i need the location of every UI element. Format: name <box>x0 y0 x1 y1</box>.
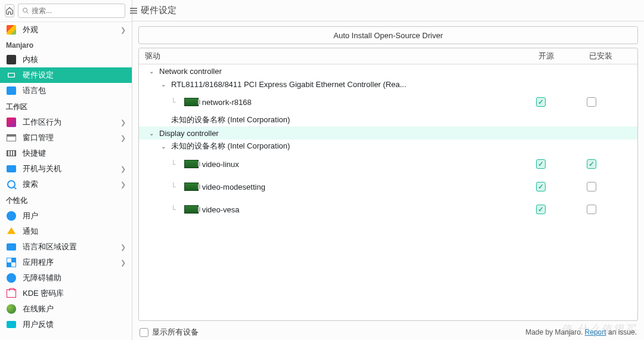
kernel-icon <box>6 54 17 65</box>
device-row[interactable]: 未知的设备名称 (Intel Corporation) <box>139 113 637 126</box>
table-body[interactable]: ⌄Network controller⌄RTL8111/8168/8411 PC… <box>139 64 637 320</box>
open-source-cell <box>536 205 587 214</box>
sidebar-top <box>0 0 132 22</box>
sidebar-item-label: 应用程序 <box>23 257 114 268</box>
expander-icon[interactable]: ⌄ <box>159 143 168 150</box>
tree-branch-icon: └ <box>171 205 181 214</box>
svg-line-1 <box>27 12 29 14</box>
sidebar-item-workspace[interactable]: 工作区行为❯ <box>0 115 132 130</box>
installed-checkbox[interactable] <box>587 182 596 191</box>
nav-section-title: 个性化 <box>0 192 132 208</box>
search-input[interactable] <box>32 7 121 15</box>
sidebar-item-hardware[interactable]: 硬件设定 <box>0 67 132 83</box>
sidebar-item-feedback[interactable]: 用户反馈 <box>0 317 132 332</box>
main: 硬件设定 Auto Install Open-Source Driver 驱动 … <box>132 0 644 340</box>
sidebar-item-shortcut[interactable]: 快捷键 <box>0 146 132 161</box>
sidebar-item-label: 工作区行为 <box>23 117 114 128</box>
power-icon <box>6 163 17 174</box>
report-link[interactable]: Report <box>585 328 606 336</box>
sidebar-item-access[interactable]: 无障碍辅助 <box>0 270 132 286</box>
row-label: 未知的设备名称 (Intel Corporation) <box>171 115 290 125</box>
home-button[interactable] <box>5 4 14 17</box>
row-label: video-modesetting <box>202 183 265 191</box>
wallet-icon <box>6 288 17 299</box>
open-source-checkbox[interactable] <box>536 159 546 169</box>
driver-row[interactable]: └ network-r8168 <box>139 91 637 113</box>
sidebar-item-online[interactable]: 在线账户 <box>0 301 132 317</box>
show-all-label: 显示所有设备 <box>152 327 199 338</box>
sidebar-item-notify[interactable]: 通知 <box>0 224 132 239</box>
footer: 显示所有设备 Made by Manjaro. Report an issue. <box>138 324 638 338</box>
chevron-right-icon: ❯ <box>120 243 126 251</box>
driver-row[interactable]: └ video-modesetting <box>139 175 637 198</box>
auto-install-button[interactable]: Auto Install Open-Source Driver <box>138 26 638 44</box>
sidebar-item-wallet[interactable]: KDE 密码库 <box>0 286 132 301</box>
search-icon <box>22 7 29 14</box>
tree-branch-icon: └ <box>171 160 181 169</box>
sidebar-item-lang[interactable]: 语言包 <box>0 83 132 98</box>
category-row[interactable]: ⌄Display controller <box>139 126 637 140</box>
appearance-icon <box>6 24 17 35</box>
open-source-checkbox[interactable] <box>536 182 546 191</box>
open-source-checkbox[interactable] <box>536 205 546 214</box>
apps-icon <box>6 257 17 268</box>
sidebar-item-kernel[interactable]: 内核 <box>0 52 132 67</box>
sidebar-item-label: 无障碍辅助 <box>23 273 126 283</box>
col-driver[interactable]: 驱动 <box>139 48 536 64</box>
expander-icon[interactable]: ⌄ <box>147 130 156 137</box>
driver-row[interactable]: └ video-linux <box>139 153 637 175</box>
chevron-right-icon: ❯ <box>120 26 126 34</box>
installed-checkbox[interactable] <box>587 205 596 214</box>
col-installed[interactable]: 已安装 <box>587 48 637 64</box>
sidebar-search[interactable] <box>18 4 125 18</box>
driver-row[interactable]: └ video-vesa <box>139 198 637 221</box>
sidebar-item-window[interactable]: 窗口管理❯ <box>0 130 132 146</box>
sidebar-item-label: 内核 <box>23 54 126 65</box>
workspace-icon <box>6 117 17 128</box>
sidebar-item-label: 语言包 <box>23 85 126 96</box>
notify-icon <box>6 226 17 237</box>
access-icon <box>6 273 17 283</box>
open-source-checkbox[interactable] <box>536 97 546 107</box>
hardware-icon <box>6 70 17 81</box>
installed-checkbox[interactable] <box>587 159 596 169</box>
credit-post: an issue. <box>606 328 637 336</box>
sidebar-item-label: 硬件设定 <box>23 70 126 81</box>
sidebar-nav[interactable]: 外观❯Manjaro内核硬件设定语言包工作区工作区行为❯窗口管理❯快捷键开机与关… <box>0 22 132 340</box>
expander-icon[interactable]: ⌄ <box>159 81 168 88</box>
device-row[interactable]: ⌄RTL8111/8168/8411 PCI Express Gigabit E… <box>139 78 637 91</box>
sidebar-item-apps[interactable]: 应用程序❯ <box>0 255 132 270</box>
page-header: 硬件设定 <box>132 0 644 21</box>
content: Auto Install Open-Source Driver 驱动 开源 已安… <box>132 21 644 340</box>
footer-credit: Made by Manjaro. Report an issue. <box>525 328 637 336</box>
sidebar-item-label: 语言和区域设置 <box>23 242 114 252</box>
row-label: 未知的设备名称 (Intel Corporation) <box>171 141 290 152</box>
nav-section-title: 工作区 <box>0 98 132 115</box>
installed-checkbox[interactable] <box>587 97 596 107</box>
sidebar-item-power[interactable]: 开机与关机❯ <box>0 161 132 177</box>
sidebar-item-user[interactable]: 用户 <box>0 208 132 224</box>
row-label: video-linux <box>202 160 239 169</box>
device-row[interactable]: ⌄未知的设备名称 (Intel Corporation) <box>139 140 637 153</box>
col-open[interactable]: 开源 <box>536 48 587 64</box>
expander-icon[interactable]: ⌄ <box>147 68 156 75</box>
page-title: 硬件设定 <box>141 5 177 16</box>
nav-section-title: Manjaro <box>0 38 132 52</box>
search-icon <box>6 179 17 190</box>
sidebar-item-locale[interactable]: 语言和区域设置❯ <box>0 239 132 255</box>
feedback-icon <box>6 319 17 330</box>
sidebar-item-search[interactable]: 搜索❯ <box>0 177 132 192</box>
sidebar-item-label: 开机与关机 <box>23 163 114 174</box>
svg-rect-6 <box>8 73 14 76</box>
sidebar-item-label: 用户反馈 <box>23 319 126 330</box>
user-icon <box>6 211 17 221</box>
svg-point-0 <box>23 8 27 13</box>
sidebar-item-appearance[interactable]: 外观❯ <box>0 22 132 38</box>
locale-icon <box>6 242 17 252</box>
show-all-checkbox[interactable] <box>140 328 148 337</box>
lang-icon <box>6 85 17 96</box>
chevron-right-icon: ❯ <box>120 165 126 173</box>
category-row[interactable]: ⌄Network controller <box>139 64 637 78</box>
home-icon <box>5 7 14 15</box>
hardware-card-icon <box>184 205 199 214</box>
